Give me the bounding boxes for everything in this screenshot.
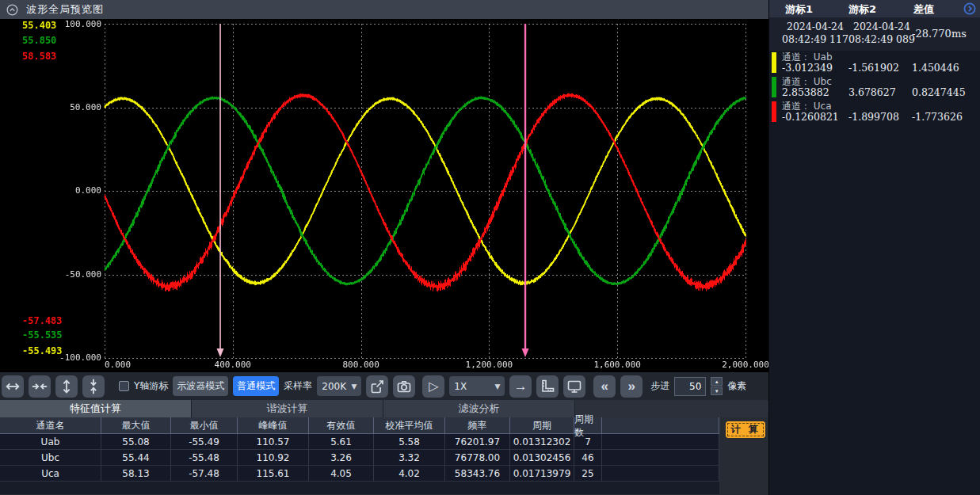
step-stepper: ▲ ▼ (711, 377, 723, 395)
step-up-button[interactable]: ▲ (711, 377, 723, 386)
table-cell: 55.44 (101, 450, 171, 466)
column-header: 周期数 (574, 417, 602, 434)
table-cell: 4.02 (374, 466, 445, 482)
sample-rate-select[interactable]: 200K ▼ (317, 376, 361, 396)
step-forward-button[interactable]: → (509, 375, 532, 398)
step-size-input[interactable] (674, 377, 706, 396)
table-cell: Ubc (0, 450, 101, 466)
analysis-section: 特征值计算 谐波计算 滤波分析 通道名 最大值 最小值 峰峰值 有效值 校准平均… (0, 400, 768, 495)
y-tick-label: -50.000 (0, 269, 101, 280)
channel-diff-value: 0.8247445 (912, 86, 966, 98)
waveform-analyzer-app: 波形全局预览图 100.00050.0000.000-50.000-100.00… (0, 0, 980, 495)
ruler-icon (540, 379, 555, 394)
compress-horizontal-button[interactable] (29, 375, 51, 398)
channel-min-label: -55.535 (22, 329, 63, 341)
y-tick-label: 50.000 (0, 102, 101, 112)
y-axis-cursor-label: Y轴游标 (134, 379, 168, 393)
fullscreen-button[interactable] (563, 375, 585, 398)
column-header: 频率 (445, 417, 510, 434)
cursor2-time: 08:42:49 089 (842, 33, 921, 46)
channel-max-label: 58.583 (22, 51, 56, 62)
tab-harmonic-calc[interactable]: 谐波计算 (192, 400, 383, 417)
column-header: 最小值 (171, 417, 238, 434)
export-icon (369, 379, 385, 394)
channel-max-label: 55.850 (22, 35, 56, 46)
table-row[interactable]: Ubc55.44-55.48110.923.263.3276778.000.01… (0, 450, 719, 466)
table-cell: 25 (574, 466, 602, 482)
channel-cursor1-value: -3.012349 (782, 62, 833, 74)
play-button[interactable]: ▷ (422, 375, 444, 398)
column-header: 峰峰值 (238, 417, 309, 434)
snapshot-button[interactable] (393, 375, 415, 398)
double-chevron-right-icon: » (628, 379, 635, 393)
oscilloscope-mode-button[interactable]: 示波器模式 (173, 376, 228, 396)
table-cell: -57.48 (171, 466, 238, 482)
y-axis-cursor-checkbox[interactable] (119, 381, 129, 391)
channel-cursor2-value: -1.899708 (848, 111, 899, 123)
tab-filter-analysis[interactable]: 滤波分析 (383, 400, 575, 417)
column-header: 最大值 (101, 417, 171, 434)
cursor-channel-list: 通道： Uab-3.012349-1.5619021.450446通道： Ubc… (769, 51, 980, 124)
expand-vertical-icon (58, 378, 75, 395)
channel-max-label: 55.403 (22, 20, 56, 31)
page-left-button[interactable]: « (593, 375, 616, 398)
table-cell: 76778.00 (445, 450, 510, 466)
titlebar: 波形全局预览图 (0, 0, 768, 19)
cursor2-timestamp: 2024-04-24 08:42:49 089 (842, 21, 921, 47)
analysis-tabs: 特征值计算 谐波计算 滤波分析 (0, 400, 768, 417)
x-tick-label: 800.000 (342, 360, 379, 370)
channel-cursor2-value: -1.561902 (848, 62, 899, 74)
expand-vertical-button[interactable] (55, 375, 78, 398)
page-title: 波形全局预览图 (26, 2, 104, 17)
y-tick-label: 0.000 (0, 185, 101, 196)
expand-horizontal-icon (4, 378, 21, 395)
sample-rate-value: 200K (322, 381, 346, 392)
panel-toggle-icon[interactable] (963, 2, 976, 15)
table-cell: 0.01312302 (510, 434, 574, 450)
tab-filler (575, 400, 768, 417)
channel-min-label: -57.483 (22, 315, 63, 326)
channel-cursor1-value: -0.1260821 (782, 111, 839, 123)
column-header: 周期 (510, 417, 574, 434)
table-cell: 46 (574, 450, 602, 466)
table-cell: 58.13 (101, 466, 171, 482)
compress-vertical-button[interactable] (82, 375, 105, 398)
tab-feature-calc[interactable]: 特征值计算 (0, 400, 192, 417)
measure-button[interactable] (536, 375, 559, 398)
table-header-row: 通道名 最大值 最小值 峰峰值 有效值 校准平均值 频率 周期 周期数 (0, 417, 719, 434)
column-header: 校准平均值 (374, 417, 445, 434)
table-cell: 76201.97 (445, 434, 510, 450)
cursor-channel-row: 通道： Uab-3.012349-1.5619021.450446 (769, 51, 980, 75)
table-cell: 3.32 (374, 450, 445, 466)
table-row[interactable]: Uca58.13-57.48115.614.054.0258343.760.01… (0, 466, 719, 482)
cursor-timestamps: 2024-04-24 08:42:49 117 2024-04-24 08:42… (769, 17, 980, 51)
x-tick-label: 400.000 (215, 360, 251, 370)
expand-horizontal-button[interactable] (2, 375, 24, 398)
channel-color-bar (772, 52, 776, 73)
table-row[interactable]: Uab55.08-55.49110.575.615.5876201.970.01… (0, 434, 719, 450)
playback-speed-select[interactable]: 1X ▼ (449, 376, 505, 396)
step-down-button[interactable]: ▼ (711, 386, 723, 395)
export-button[interactable] (366, 375, 388, 398)
channel-diff-value: 1.450446 (912, 62, 959, 74)
table-cell: -55.49 (171, 434, 238, 450)
collapse-icon[interactable] (6, 4, 18, 16)
table-body: Uab55.08-55.49110.575.615.5876201.970.01… (0, 434, 719, 482)
cursor-channel-row: 通道： Ubc2.8538823.6786270.8247445 (769, 75, 980, 100)
monitor-icon (566, 379, 582, 394)
pixel-label: 像素 (727, 379, 746, 393)
compress-horizontal-icon (31, 378, 48, 395)
normal-mode-button[interactable]: 普通模式 (233, 376, 279, 396)
play-icon: ▷ (429, 380, 438, 393)
camera-icon (396, 379, 412, 394)
table-cell: 110.57 (238, 434, 309, 450)
cursor1-header: 游标1 (785, 2, 813, 17)
table-cell: 115.61 (238, 466, 309, 482)
page-right-button[interactable]: » (620, 375, 643, 398)
calculate-button[interactable]: 计 算 (726, 421, 765, 438)
arrow-right-icon: → (514, 379, 528, 393)
table-cell: Uab (0, 434, 101, 450)
table-cell: 5.61 (309, 434, 374, 450)
waveform-canvas[interactable] (0, 19, 768, 372)
table-cell-empty (602, 434, 719, 450)
